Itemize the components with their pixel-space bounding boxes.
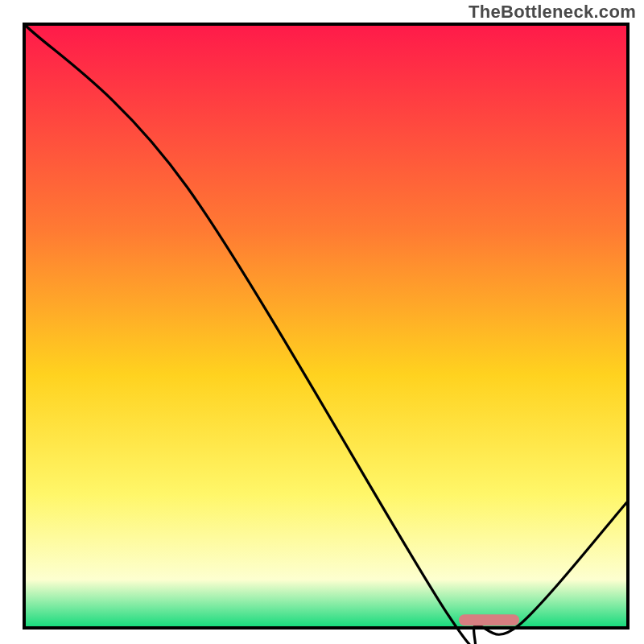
chart-svg (0, 0, 644, 644)
watermark-text: TheBottleneck.com (469, 2, 636, 23)
plot-background (24, 24, 628, 628)
optimal-indicator (459, 614, 519, 625)
chart-stage: TheBottleneck.com (0, 0, 644, 644)
